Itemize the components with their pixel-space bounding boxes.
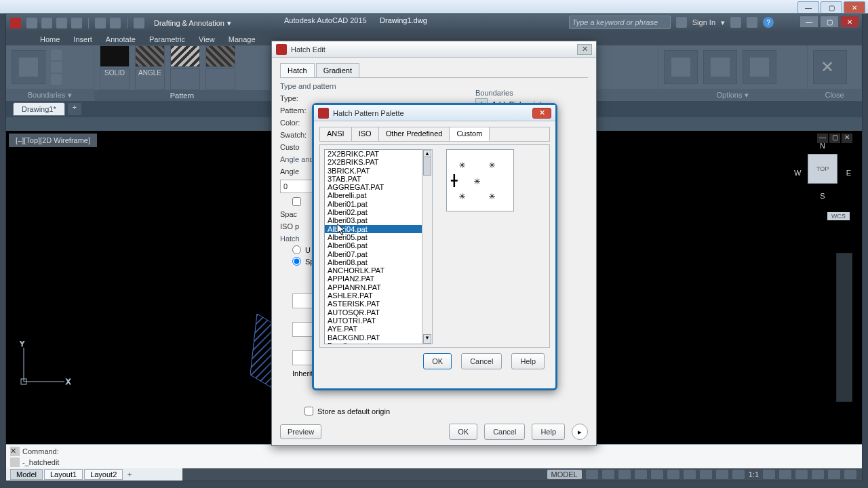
status-gear-icon[interactable] — [763, 470, 775, 479]
status-grid-icon[interactable] — [586, 470, 598, 479]
pattern-ansi31[interactable] — [170, 45, 200, 67]
hpp-tab-custom[interactable]: Custom — [450, 127, 490, 141]
origin-specified-radio[interactable] — [292, 257, 301, 266]
status-qp-icon[interactable] — [716, 470, 728, 479]
list-item[interactable]: AUTOTRI.PAT — [325, 317, 432, 325]
exchange-icon[interactable] — [730, 17, 741, 28]
list-item[interactable]: 2X2BRIKC.PAT — [325, 150, 432, 158]
app-logo-icon[interactable] — [10, 18, 21, 28]
status-custom-icon[interactable] — [844, 470, 856, 479]
list-item[interactable]: Alberi06.pat — [325, 241, 432, 249]
origin-current-radio[interactable] — [292, 245, 301, 254]
pattern-ansi32[interactable] — [205, 45, 235, 67]
signin-label[interactable]: Sign In — [692, 18, 715, 26]
list-item[interactable]: ASTERISK.PAT — [325, 300, 432, 308]
hatch-ok-button[interactable]: OK — [449, 424, 477, 440]
recreate-icon[interactable] — [51, 74, 62, 85]
hpp-help-button[interactable]: Help — [511, 353, 545, 369]
status-hw-icon[interactable] — [812, 470, 824, 479]
list-item[interactable]: Alberi02.pat — [325, 208, 432, 216]
status-polar-icon[interactable] — [635, 470, 647, 479]
help-search-input[interactable]: Type a keyword or phrase — [569, 16, 671, 29]
ribbon-btn-c[interactable] — [743, 50, 776, 84]
preview-button[interactable]: Preview — [280, 424, 321, 439]
hpp-tab-other[interactable]: Other Predefined — [379, 127, 450, 141]
viewcube[interactable]: N S E W TOP — [795, 142, 850, 209]
pattern-list[interactable]: 2X2BRIKC.PAT2X2BRIKS.PAT3BRICK.PAT3TAB.P… — [324, 149, 433, 344]
list-item[interactable]: Alberi01.pat — [325, 200, 432, 208]
status-clean-icon[interactable] — [828, 470, 840, 479]
hpp-close-button[interactable]: ✕ — [532, 108, 551, 119]
os-close-button[interactable]: ✕ — [844, 1, 865, 14]
status-snap-icon[interactable] — [602, 470, 614, 479]
tab-home[interactable]: Home — [33, 33, 66, 45]
status-otrack-icon[interactable] — [667, 470, 679, 479]
hatch-help-button[interactable]: Help — [532, 424, 565, 440]
add-layout-button[interactable]: + — [124, 470, 135, 479]
tab-manage[interactable]: Manage — [222, 33, 262, 45]
status-ortho-icon[interactable] — [618, 470, 631, 479]
viewport-label[interactable]: [–][Top][2D Wireframe] — [9, 134, 97, 147]
list-item[interactable]: Alberelli.pat — [325, 191, 432, 199]
ribbon-btn-b[interactable] — [703, 50, 737, 84]
tab-hatch[interactable]: Hatch — [280, 63, 315, 77]
status-model-button[interactable]: MODEL — [547, 470, 582, 479]
hpp-ok-button[interactable]: OK — [423, 353, 452, 369]
app-max-button[interactable]: ▢ — [820, 16, 839, 28]
close-hatch-button[interactable]: ✕ — [813, 50, 847, 84]
tab-model[interactable]: Model — [10, 469, 43, 480]
tab-layout1[interactable]: Layout1 — [44, 469, 83, 480]
qat-open-icon[interactable] — [41, 18, 52, 28]
app-close-button[interactable]: ✕ — [840, 16, 859, 28]
viewcube-face[interactable]: TOP — [808, 154, 837, 184]
app-min-button[interactable]: — — [800, 16, 818, 28]
list-item[interactable]: 2X2BRIKS.PAT — [325, 158, 432, 166]
status-lwt-icon[interactable] — [684, 470, 696, 479]
list-item[interactable]: APPIAN2.PAT — [325, 274, 432, 283]
file-tab-drawing1[interactable]: Drawing1* — [13, 102, 65, 116]
list-item[interactable]: 3BRICK.PAT — [325, 167, 432, 175]
pickpoints-button[interactable] — [12, 50, 45, 84]
status-osnap-icon[interactable] — [651, 470, 663, 479]
status-iso-icon[interactable] — [795, 470, 808, 479]
qat-new-icon[interactable] — [26, 18, 37, 28]
tab-annotate[interactable]: Annotate — [99, 33, 142, 45]
list-item[interactable]: AUTOSQR.PAT — [325, 308, 432, 317]
status-sc-icon[interactable] — [732, 470, 745, 479]
pattern-angle[interactable] — [135, 45, 165, 67]
list-item[interactable]: BACKGND.PAT — [325, 333, 432, 342]
select-icon[interactable] — [51, 49, 62, 60]
qat-undo-icon[interactable] — [95, 18, 106, 28]
cmd-close-icon[interactable]: ✕ — [10, 447, 20, 456]
tab-parametric[interactable]: Parametric — [142, 33, 192, 45]
hpp-cancel-button[interactable]: Cancel — [461, 353, 502, 369]
double-checkbox[interactable] — [292, 197, 301, 206]
tab-view[interactable]: View — [192, 33, 222, 45]
os-max-button[interactable]: ▢ — [821, 1, 842, 14]
scroll-down-icon[interactable]: ▼ — [423, 334, 431, 344]
tab-layout2[interactable]: Layout2 — [84, 469, 123, 480]
expand-arrow-button[interactable]: ▸ — [572, 424, 588, 440]
status-scale[interactable]: 1:1 — [749, 470, 759, 479]
help-icon[interactable]: ? — [763, 17, 774, 28]
qat-saveas-icon[interactable] — [71, 18, 82, 28]
a360-icon[interactable] — [747, 17, 757, 28]
wcs-label[interactable]: WCS — [827, 212, 850, 220]
navigation-bar[interactable] — [836, 253, 852, 402]
list-item[interactable]: ANCHORLK.PAT — [325, 266, 432, 274]
signin-avatar-icon[interactable] — [676, 17, 687, 28]
qat-redo-icon[interactable] — [110, 18, 121, 28]
hpp-tab-iso[interactable]: ISO — [352, 127, 379, 141]
command-line[interactable]: ✕Command: -_hatchedit — [6, 444, 862, 468]
tab-gradient[interactable]: Gradient — [316, 63, 359, 77]
list-item[interactable]: APPIANRN.PAT — [325, 283, 432, 291]
cmd-input[interactable]: -_hatchedit — [22, 458, 59, 466]
new-tab-button[interactable]: + — [68, 103, 81, 115]
os-min-button[interactable]: — — [797, 1, 819, 14]
ribbon-btn-a[interactable] — [664, 50, 698, 84]
list-item[interactable]: 3TAB.PAT — [325, 175, 432, 183]
list-item[interactable]: Alberi07.pat — [325, 250, 432, 258]
status-ann-icon[interactable] — [779, 470, 791, 479]
pattern-solid[interactable] — [100, 45, 130, 67]
status-transp-icon[interactable] — [700, 470, 712, 479]
